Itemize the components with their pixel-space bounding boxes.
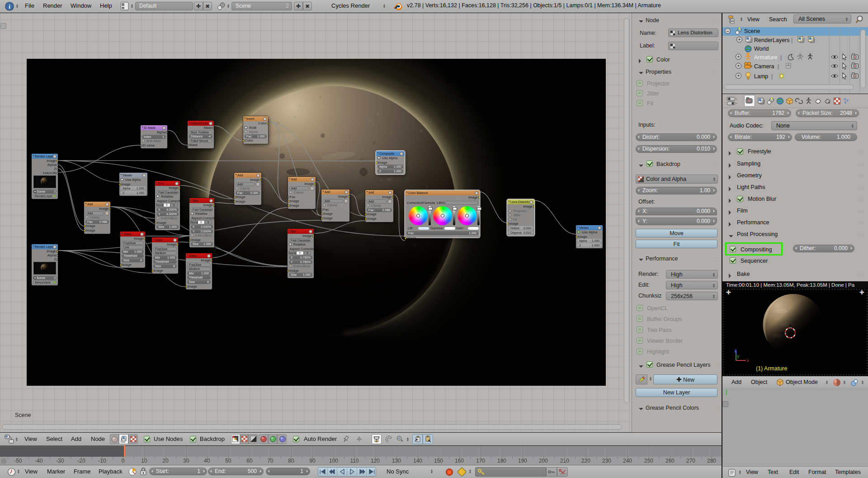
svg-text:✚: ✚ [859, 289, 864, 296]
svg-text:x: x [747, 358, 749, 363]
svg-text:i: i [9, 3, 10, 10]
svg-text:✚: ✚ [726, 289, 731, 296]
svg-text:z: z [734, 348, 737, 353]
svg-text:y: y [737, 353, 740, 359]
